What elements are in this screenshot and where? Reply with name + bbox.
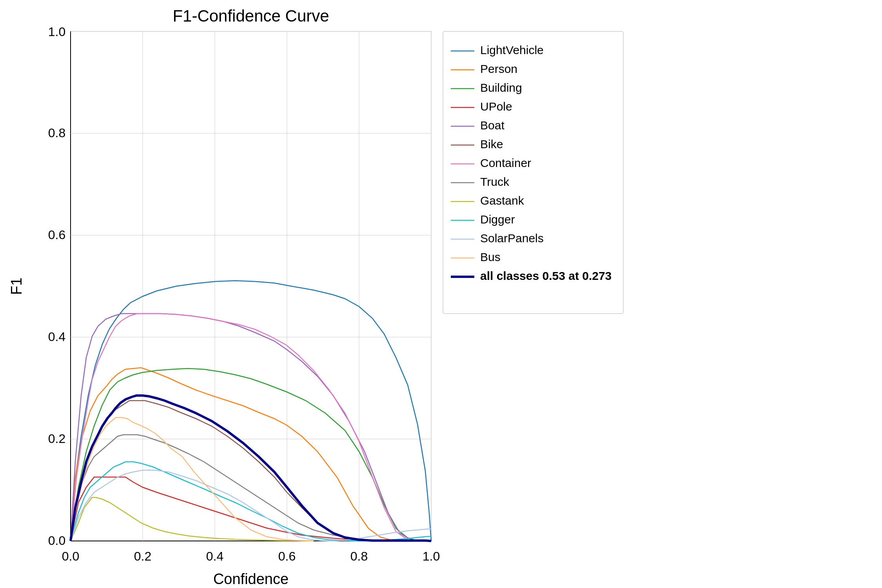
x-tick-8: 0.8 (350, 549, 368, 563)
svg-rect-0 (0, 0, 882, 588)
legend-label-upole: UPole (480, 100, 512, 113)
legend-label-gastank: Gastank (480, 194, 524, 207)
legend-label-bike: Bike (480, 138, 503, 151)
x-tick-2: 0.2 (134, 549, 151, 563)
x-axis-label: Confidence (213, 571, 289, 587)
legend-label-truck: Truck (480, 175, 510, 188)
legend-label-container: Container (480, 156, 531, 169)
y-tick-10: 1.0 (48, 25, 65, 39)
y-tick-8: 0.8 (48, 126, 65, 140)
chart-container: F1-Confidence Curve 0.0 0.2 0.4 0.6 0.8 … (0, 0, 882, 588)
chart-title: F1-Confidence Curve (172, 7, 329, 25)
legend-label-solarpanels: SolarPanels (480, 232, 544, 245)
x-tick-4: 0.4 (206, 549, 223, 563)
legend-label-all-classes: all classes 0.53 at 0.273 (480, 269, 612, 282)
x-tick-0: 0.0 (62, 549, 79, 563)
legend-label-bus: Bus (480, 250, 501, 263)
y-tick-6: 0.6 (48, 228, 65, 242)
y-axis-label: F1 (8, 278, 25, 295)
chart-svg: F1-Confidence Curve 0.0 0.2 0.4 0.6 0.8 … (0, 0, 882, 588)
x-tick-6: 0.6 (278, 549, 296, 563)
legend-label-lightvehicle: LightVehicle (480, 44, 544, 56)
y-tick-0: 0.0 (48, 534, 65, 548)
y-tick-2: 0.2 (48, 432, 65, 446)
x-tick-10: 1.0 (423, 549, 440, 563)
legend-label-boat: Boat (480, 119, 505, 132)
legend-label-person: Person (480, 62, 517, 75)
y-tick-4: 0.4 (48, 330, 65, 344)
legend-label-building: Building (480, 81, 522, 94)
legend-label-digger: Digger (480, 213, 515, 226)
